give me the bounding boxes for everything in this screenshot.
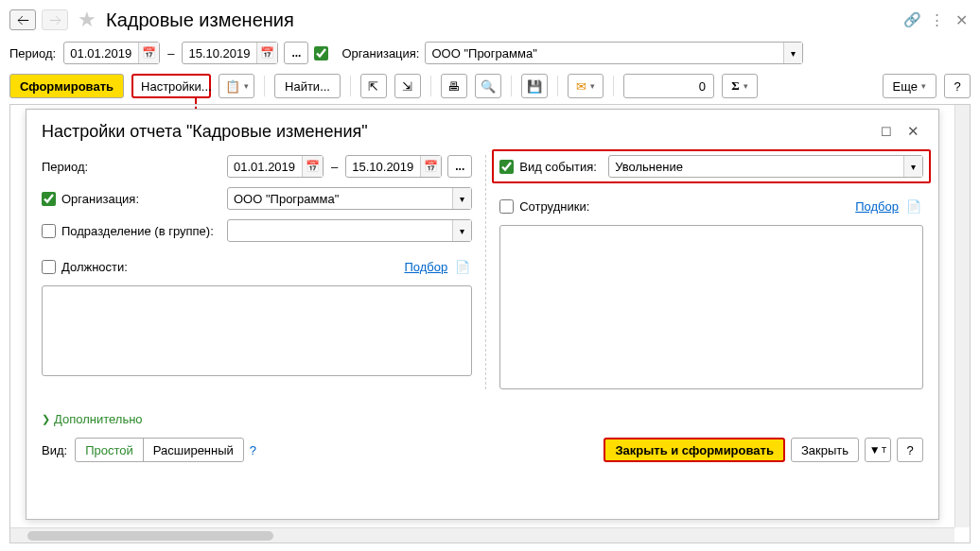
dlg-employees-copy-icon[interactable]: 📄: [904, 197, 923, 215]
paste-icon: 📋: [225, 79, 240, 94]
collapse-icon: ⇲: [402, 79, 412, 94]
dlg-event-type-row: Вид события: Увольнение ▾: [499, 155, 923, 178]
help-button[interactable]: ?: [944, 74, 971, 98]
dlg-subdivision-value[interactable]: [228, 229, 452, 232]
date-from-field: 📅: [63, 42, 160, 64]
mail-dropdown-button[interactable]: ✉▾: [568, 74, 604, 98]
dialog-help-button[interactable]: ?: [897, 438, 923, 462]
parameters-row: Период: 📅 – 📅 ... Организация: ООО "Прог…: [9, 42, 971, 64]
more-toggle[interactable]: ❯Дополнительно: [42, 412, 923, 426]
save-button[interactable]: 💾: [521, 74, 548, 98]
dlg-event-type-value[interactable]: Увольнение: [609, 158, 903, 176]
dlg-period-label: Период:: [42, 160, 88, 174]
dlg-org-select: ООО "Программа" ▾: [227, 187, 472, 210]
dialog-divider: [485, 155, 486, 389]
collapse-groups-button[interactable]: ⇲: [394, 74, 421, 98]
period-ellipsis-button[interactable]: ...: [284, 42, 308, 64]
event-type-highlight: Вид события: Увольнение ▾: [492, 149, 931, 183]
dlg-positions-label: Должности:: [61, 260, 128, 274]
save-icon: 💾: [527, 79, 542, 94]
funnel-icon: ▼: [869, 443, 881, 456]
chevron-down-icon: ▾: [744, 81, 748, 91]
dlg-employees-select-link[interactable]: Подбор: [855, 199, 899, 214]
expand-groups-button[interactable]: ⇱: [360, 74, 387, 98]
preview-icon: 🔍: [481, 79, 496, 94]
dialog-footer: Вид: Простой Расширенный ? Закрыть и сфо…: [42, 438, 923, 462]
dlg-subdivision-row: Подразделение (в группе): ▾: [42, 219, 472, 242]
org-dropdown-icon[interactable]: ▾: [783, 43, 802, 63]
dlg-org-value[interactable]: ООО "Программа": [228, 190, 452, 208]
dlg-date-from-field: 📅: [227, 155, 324, 178]
form-button[interactable]: Сформировать: [9, 74, 124, 98]
dlg-subdivision-checkbox[interactable]: [42, 224, 56, 238]
number-field[interactable]: [623, 74, 714, 98]
view-simple-button[interactable]: Простой: [76, 439, 143, 461]
chevron-down-icon: ▾: [921, 81, 926, 91]
maximize-icon[interactable]: ☐: [876, 121, 897, 142]
title-bar: 🡠 🡢 ★ Кадровые изменения 🔗 ⋮ ✕: [9, 8, 971, 32]
dlg-date-to-input[interactable]: [346, 158, 420, 176]
date-from-calendar-icon[interactable]: 📅: [138, 43, 159, 63]
paste-dropdown-button[interactable]: 📋▾: [219, 74, 254, 98]
print-button[interactable]: 🖶: [441, 74, 467, 98]
vertical-scrollbar[interactable]: [954, 105, 970, 527]
settings-button[interactable]: Настройки...: [131, 74, 211, 98]
view-label: Вид:: [42, 443, 67, 457]
org-select-value[interactable]: ООО "Программа": [426, 44, 783, 62]
dialog-left-column: Период: 📅 – 📅 ...: [42, 155, 472, 389]
filter-button[interactable]: ▼T: [865, 438, 891, 462]
dialog-close-icon[interactable]: ✕: [902, 121, 923, 142]
date-to-calendar-icon[interactable]: 📅: [256, 43, 277, 63]
chevron-down-icon: ▾: [590, 81, 595, 91]
print-icon: 🖶: [447, 79, 460, 94]
dlg-date-from-calendar-icon[interactable]: 📅: [302, 156, 323, 177]
dlg-date-from-input[interactable]: [228, 158, 302, 176]
dlg-employees-label: Сотрудники:: [519, 199, 589, 214]
page-title: Кадровые изменения: [106, 9, 294, 31]
horizontal-scrollbar[interactable]: [10, 527, 954, 542]
dlg-positions-copy-icon[interactable]: 📄: [453, 257, 472, 276]
date-to-input[interactable]: [183, 44, 256, 62]
favorite-star-icon[interactable]: ★: [78, 8, 96, 32]
dlg-positions-select-link[interactable]: Подбор: [404, 260, 447, 274]
dlg-org-checkbox[interactable]: [42, 192, 56, 206]
dlg-org-dropdown-icon[interactable]: ▾: [452, 188, 471, 209]
report-area: Настройки отчета "Кадровые изменения" ☐ …: [9, 104, 971, 543]
nav-back-button[interactable]: 🡠: [9, 9, 36, 30]
date-to-field: 📅: [182, 42, 278, 64]
dlg-period-ellipsis-button[interactable]: ...: [447, 155, 472, 178]
dlg-positions-textarea[interactable]: [42, 285, 472, 376]
dlg-employees-textarea[interactable]: [499, 225, 923, 389]
dlg-period-row: Период: 📅 – 📅 ...: [42, 155, 472, 178]
org-checkbox[interactable]: [314, 46, 328, 60]
find-button[interactable]: Найти...: [274, 74, 341, 98]
dlg-employees-checkbox[interactable]: [499, 199, 514, 214]
chevron-right-icon: ❯: [42, 413, 50, 425]
view-advanced-button[interactable]: Расширенный: [143, 439, 243, 461]
dlg-event-type-label: Вид события:: [519, 160, 603, 174]
dlg-subdivision-dropdown-icon[interactable]: ▾: [452, 220, 471, 241]
dlg-positions-row: Должности: Подбор 📄: [42, 257, 472, 276]
settings-dialog: Настройки отчета "Кадровые изменения" ☐ …: [26, 109, 939, 520]
dlg-positions-checkbox[interactable]: [42, 260, 56, 274]
dlg-org-row: Организация: ООО "Программа" ▾: [42, 187, 472, 210]
date-from-input[interactable]: [64, 44, 138, 62]
nav-forward-button[interactable]: 🡢: [42, 9, 68, 30]
view-help-link[interactable]: ?: [250, 443, 256, 457]
sum-dropdown-button[interactable]: Σ▾: [722, 74, 758, 98]
more-menu-icon[interactable]: ⋮: [927, 10, 946, 29]
preview-button[interactable]: 🔍: [475, 74, 501, 98]
close-and-form-button[interactable]: Закрыть и сформировать: [604, 438, 785, 462]
dlg-date-to-calendar-icon[interactable]: 📅: [420, 156, 441, 177]
dlg-subdivision-label: Подразделение (в группе):: [61, 224, 214, 238]
dlg-event-type-dropdown-icon[interactable]: ▾: [903, 156, 922, 177]
dlg-event-type-checkbox[interactable]: [499, 160, 514, 174]
close-window-icon[interactable]: ✕: [952, 10, 971, 29]
more-button[interactable]: Еще▾: [883, 74, 936, 98]
close-button[interactable]: Закрыть: [791, 438, 859, 462]
link-icon[interactable]: 🔗: [902, 10, 921, 29]
view-mode-segment: Простой Расширенный: [75, 438, 244, 462]
org-label: Организация:: [341, 46, 419, 60]
chevron-down-icon: ▾: [244, 81, 249, 91]
sigma-icon: Σ: [731, 78, 740, 94]
